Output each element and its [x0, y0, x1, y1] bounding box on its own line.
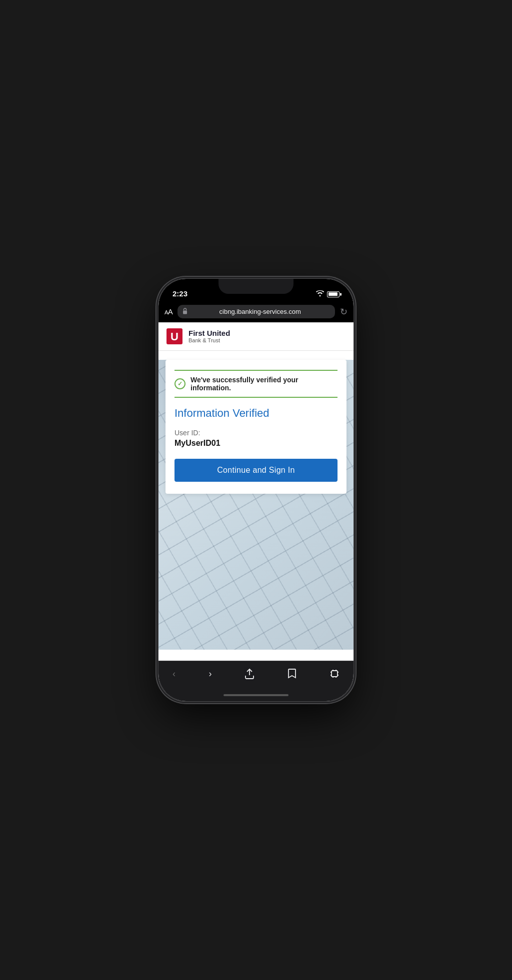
status-time: 2:23 [172, 289, 188, 298]
phone-frame: 2:23 AA [158, 279, 354, 701]
battery-icon [327, 291, 340, 297]
background-image: We've successfully verified your informa… [158, 360, 354, 650]
user-id-label: User ID: [174, 429, 338, 437]
svg-rect-3 [332, 671, 338, 677]
site-header: U First United Bank & Trust [158, 322, 354, 351]
home-bar [224, 694, 288, 696]
bank-logo-mark: U [166, 327, 184, 345]
home-indicator [158, 691, 354, 701]
tabs-button[interactable] [326, 667, 344, 681]
browser-bar: AA cibng.ibanking-services.com ↻ [158, 301, 354, 322]
success-message: We've successfully verified your informa… [190, 376, 338, 392]
svg-text:U: U [170, 330, 178, 343]
status-icons [316, 290, 340, 298]
bookmarks-button[interactable] [284, 666, 300, 681]
check-icon [174, 378, 186, 389]
refresh-button[interactable]: ↻ [340, 306, 348, 317]
success-banner: We've successfully verified your informa… [174, 370, 338, 398]
forward-button[interactable]: › [205, 667, 216, 681]
page-scroll: U First United Bank & Trust [158, 322, 354, 661]
bank-name-line1: First United [188, 329, 230, 338]
bottom-browser-toolbar: ‹ › [158, 661, 354, 691]
info-verified-title: Information Verified [174, 407, 338, 420]
browser-aa-button[interactable]: AA [164, 307, 172, 316]
url-text: cibng.ibanking-services.com [190, 308, 330, 315]
lock-icon [182, 308, 188, 315]
user-id-value: MyUserID01 [174, 439, 338, 448]
bank-name-line2: Bank & Trust [188, 337, 230, 343]
url-bar[interactable]: cibng.ibanking-services.com [178, 305, 335, 318]
continue-sign-in-button[interactable]: Continue and Sign In [174, 459, 338, 482]
wifi-icon [316, 290, 324, 298]
phone-screen: 2:23 AA [158, 279, 354, 701]
info-verified-card: We've successfully verified your informa… [166, 360, 346, 494]
share-button[interactable] [241, 666, 258, 681]
notch [218, 279, 294, 294]
back-button[interactable]: ‹ [168, 667, 180, 681]
svg-rect-0 [183, 311, 187, 314]
bank-logo-text: First United Bank & Trust [188, 329, 230, 344]
